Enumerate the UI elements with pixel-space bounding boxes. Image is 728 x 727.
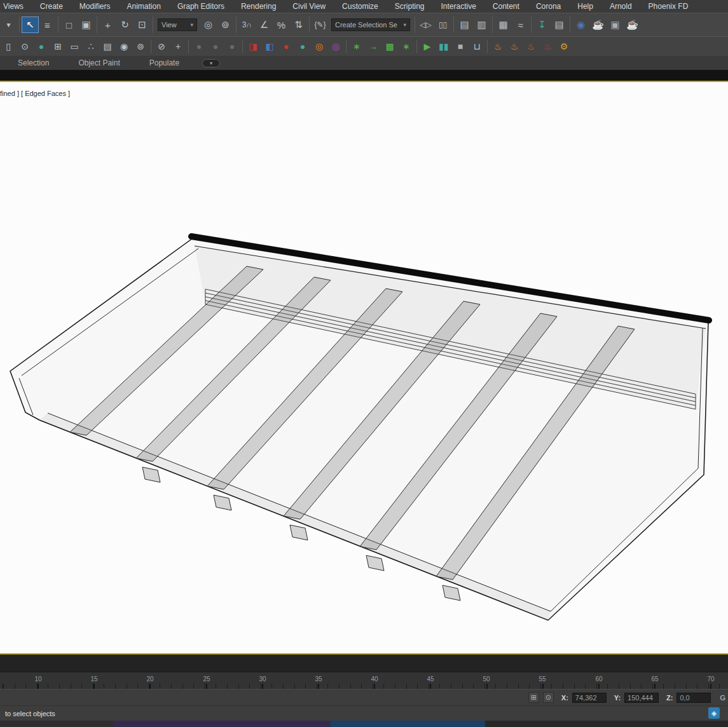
select-by-name-button[interactable]: ≡ bbox=[39, 17, 56, 33]
mirror-button[interactable]: ◁▷ bbox=[417, 17, 434, 33]
ribbon-tab-populate[interactable]: Populate bbox=[149, 58, 179, 67]
scene-explorer-button[interactable]: ▥ bbox=[473, 17, 490, 33]
window-crossing-toggle[interactable]: ▣ bbox=[78, 17, 95, 33]
menu-item-civil-view[interactable]: Civil View bbox=[284, 0, 334, 13]
menu-item-content[interactable]: Content bbox=[484, 0, 528, 13]
cube-blue-icon[interactable]: ◧ bbox=[261, 39, 278, 54]
curve-editor-button[interactable]: ≈ bbox=[512, 17, 529, 33]
x-coordinate-input[interactable] bbox=[572, 693, 607, 703]
selection-lock-toggle[interactable]: ⊙ bbox=[543, 692, 554, 703]
ribbon-tab-object-paint[interactable]: Object Paint bbox=[78, 58, 120, 67]
menu-item-modifiers[interactable]: Modifiers bbox=[71, 0, 119, 13]
toolbar-separator bbox=[236, 17, 237, 33]
toolbar-separator bbox=[487, 39, 488, 53]
checker-map-icon[interactable]: ▩ bbox=[381, 39, 398, 54]
material-editor-button[interactable]: ◉ bbox=[572, 17, 589, 33]
gear-flame-icon[interactable]: ⚙ bbox=[556, 39, 572, 54]
y-coordinate-input[interactable] bbox=[624, 693, 659, 703]
toolbar-separator bbox=[151, 39, 151, 53]
percent-snap-button[interactable]: % bbox=[273, 17, 290, 33]
ribbon-tab-bar: Selection Object Paint Populate ▾ bbox=[0, 56, 728, 70]
rectangular-selection-region-button[interactable]: □ bbox=[60, 17, 78, 33]
menu-item-help[interactable]: Help bbox=[569, 0, 601, 13]
sphere-tool-icon[interactable]: ● bbox=[33, 39, 50, 54]
monitor-icon[interactable]: ▭ bbox=[66, 39, 83, 54]
taskbar-segment bbox=[0, 721, 113, 727]
toolbar-separator bbox=[153, 17, 153, 33]
align-button[interactable]: ▯▯ bbox=[434, 17, 451, 33]
burst-icon[interactable]: ∗ bbox=[398, 39, 415, 54]
absolute-mode-toggle[interactable]: ⊞ bbox=[528, 692, 539, 703]
ribbon-toggle-button[interactable]: ▦ bbox=[495, 17, 512, 33]
select-object-button[interactable]: ↖ bbox=[22, 17, 39, 33]
snaps-toggle-button[interactable]: 3∩ bbox=[238, 17, 256, 33]
liquid-drop-icon[interactable]: ● bbox=[294, 39, 311, 54]
menu-item-create[interactable]: Create bbox=[32, 0, 71, 13]
menu-item-views[interactable]: Views bbox=[0, 0, 32, 13]
arnold-sphere-icon[interactable]: ● bbox=[278, 39, 294, 54]
timeline-tick: 25 bbox=[203, 676, 210, 683]
render-setup-button[interactable]: ☕ bbox=[589, 17, 607, 33]
stop-button[interactable]: ■ bbox=[452, 39, 469, 54]
angle-snap-button[interactable]: ∠ bbox=[256, 17, 273, 33]
menu-item-corona[interactable]: Corona bbox=[528, 0, 569, 13]
dot-circle-icon[interactable]: ⊙ bbox=[17, 39, 33, 54]
add-tool-icon[interactable]: + bbox=[170, 39, 186, 54]
status-notification-icon[interactable]: ◈ bbox=[708, 707, 720, 719]
select-and-scale-button[interactable]: ⊡ bbox=[134, 17, 151, 33]
taskbar-app-purple[interactable] bbox=[113, 721, 331, 727]
flame-icon[interactable]: ♨ bbox=[490, 39, 506, 54]
menu-item-arnold[interactable]: Arnold bbox=[601, 0, 640, 13]
taskbar-app-blue[interactable] bbox=[331, 721, 485, 727]
flame-icon[interactable]: ♨ bbox=[539, 39, 556, 54]
corona-ring-icon[interactable]: ◎ bbox=[311, 39, 327, 54]
purple-ring-icon[interactable]: ◎ bbox=[327, 39, 344, 54]
select-and-manipulate-button[interactable]: ⊚ bbox=[217, 17, 234, 33]
named-selection-set-dropdown[interactable]: Create Selection Se bbox=[331, 18, 410, 31]
export-arrow-icon[interactable]: → bbox=[365, 39, 381, 54]
inactive-dot-icon[interactable]: ● bbox=[224, 39, 240, 54]
select-and-move-button[interactable]: + bbox=[99, 17, 116, 33]
menu-item-graph-editors[interactable]: Graph Editors bbox=[169, 0, 233, 13]
lamp-icon[interactable]: ⊚ bbox=[132, 39, 149, 54]
track-bar[interactable] bbox=[0, 655, 728, 672]
ribbon-tab-selection[interactable]: Selection bbox=[18, 58, 49, 67]
inactive-dot-icon[interactable]: ● bbox=[207, 39, 224, 54]
menu-bar: Views Create Modifiers Animation Graph E… bbox=[0, 0, 728, 13]
spinner-snap-button[interactable]: ⇅ bbox=[290, 17, 307, 33]
play-button[interactable]: ▶ bbox=[419, 39, 436, 54]
toolbar-overflow-icon[interactable]: ▾ bbox=[0, 17, 17, 33]
flame-icon[interactable]: ♨ bbox=[506, 39, 523, 54]
import-asset-button[interactable]: ↧ bbox=[533, 17, 551, 33]
use-pivot-center-button[interactable]: ◎ bbox=[200, 17, 217, 33]
pause-button[interactable]: ▮▮ bbox=[436, 39, 452, 54]
menu-item-animation[interactable]: Animation bbox=[119, 0, 169, 13]
cube-red-icon[interactable]: ◨ bbox=[245, 39, 261, 54]
timeline-ruler[interactable]: 10 15 20 25 30 35 40 45 50 55 60 65 70 bbox=[0, 672, 728, 689]
asset-tracking-button[interactable]: ▤ bbox=[551, 17, 568, 33]
render-production-button[interactable]: ☕ bbox=[624, 17, 641, 33]
ribbon-collapse-toggle[interactable]: ▾ bbox=[202, 59, 220, 67]
inactive-dot-icon[interactable]: ● bbox=[191, 39, 207, 54]
menu-item-scripting[interactable]: Scripting bbox=[387, 0, 433, 13]
menu-item-rendering[interactable]: Rendering bbox=[233, 0, 284, 13]
select-and-rotate-button[interactable]: ↻ bbox=[116, 17, 134, 33]
menu-item-interactive[interactable]: Interactive bbox=[432, 0, 484, 13]
isolate-selection-icon[interactable]: ▯ bbox=[0, 39, 17, 54]
slice-tool-icon[interactable]: ⊘ bbox=[153, 39, 170, 54]
perspective-viewport[interactable]: fined ] [ Edged Faces ] bbox=[0, 81, 728, 655]
rendered-frame-window-button[interactable]: ▣ bbox=[607, 17, 624, 33]
add-box-icon[interactable]: ⊞ bbox=[50, 39, 66, 54]
panel-icon[interactable]: ▤ bbox=[99, 39, 116, 54]
reference-coordinate-dropdown[interactable]: View bbox=[158, 18, 197, 31]
menu-item-phoenix-fd[interactable]: Phoenix FD bbox=[640, 0, 697, 13]
eye-icon[interactable]: ◉ bbox=[116, 39, 132, 54]
layer-explorer-button[interactable]: ▤ bbox=[456, 17, 473, 33]
menu-item-customize[interactable]: Customize bbox=[334, 0, 387, 13]
edit-named-selection-sets-button[interactable]: {✎} bbox=[312, 17, 329, 33]
z-coordinate-input[interactable] bbox=[676, 693, 711, 703]
green-flower-icon[interactable]: ∗ bbox=[348, 39, 365, 54]
flame-icon[interactable]: ♨ bbox=[523, 39, 539, 54]
populate-icon[interactable]: ∴ bbox=[83, 39, 99, 54]
delete-button[interactable]: ⊔ bbox=[469, 39, 485, 54]
